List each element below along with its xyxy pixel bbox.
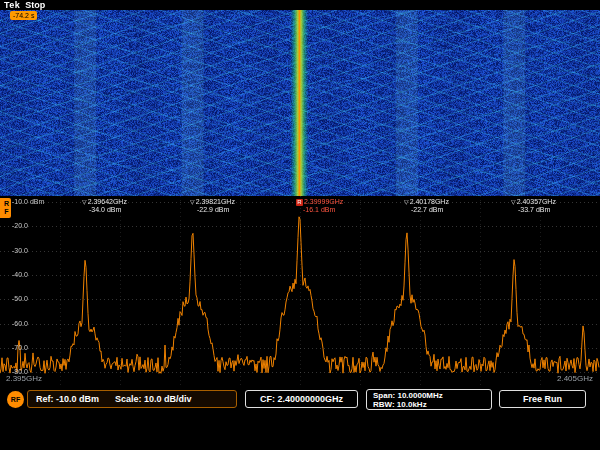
span-label: Span: 10.0000MHz bbox=[373, 391, 485, 400]
marker-frequency: 2.39999GHz bbox=[304, 198, 343, 206]
marker-frequency: 2.39642GHz bbox=[88, 198, 127, 206]
scope-screen: TekStop -74.2 s RF -10.0 dBm -20.0 -30.0… bbox=[0, 0, 600, 450]
acquisition-mode-button[interactable]: Free Run bbox=[499, 390, 586, 408]
marker-triangle-icon: ▽ bbox=[404, 198, 409, 206]
readout-bar: RF Ref: -10.0 dBm Scale: 10.0 dB/div CF:… bbox=[0, 389, 600, 413]
acq-mode-label: Free Run bbox=[523, 394, 562, 404]
center-frequency-button[interactable]: CF: 2.40000000GHz bbox=[245, 390, 358, 408]
db-axis-label: -40.0 bbox=[12, 271, 28, 278]
db-axis-label: -50.0 bbox=[12, 295, 28, 302]
db-axis-label: -20.0 bbox=[12, 222, 28, 229]
freq-axis-end-label: 2.405GHz bbox=[557, 374, 593, 383]
rbw-label: RBW: 10.0kHz bbox=[373, 400, 485, 409]
top-status-bar: TekStop bbox=[4, 0, 45, 10]
ref-level-label: Ref: -10.0 dBm bbox=[36, 394, 99, 404]
marker-amplitude: -33.7 dBm bbox=[518, 206, 556, 214]
span-rbw-button[interactable]: Span: 10.0000MHz RBW: 10.0kHz bbox=[366, 389, 492, 410]
acquisition-status: Stop bbox=[25, 0, 45, 10]
marker-triangle-icon: ▽ bbox=[511, 198, 516, 206]
marker-frequency: 2.39821GHz bbox=[196, 198, 235, 206]
db-axis-label: -10.0 dBm bbox=[12, 198, 44, 205]
reference-marker-readout: R2.39999GHz -16.1 dBm bbox=[296, 198, 343, 214]
marker-readout: ▽2.39642GHz -34.0 dBm bbox=[82, 198, 127, 214]
marker-amplitude: -22.7 dBm bbox=[411, 206, 449, 214]
spectrogram-time-badge: -74.2 s bbox=[10, 11, 37, 20]
marker-amplitude: -34.0 dBm bbox=[89, 206, 127, 214]
db-axis-label: -70.0 bbox=[12, 344, 28, 351]
freq-axis-start-label: 2.395GHz bbox=[6, 374, 42, 383]
spectrogram-display bbox=[0, 10, 600, 196]
marker-frequency: 2.40178GHz bbox=[410, 198, 449, 206]
rf-channel-tab[interactable]: RF bbox=[0, 198, 11, 218]
db-axis-label: -30.0 bbox=[12, 247, 28, 254]
marker-amplitude: -22.9 dBm bbox=[197, 206, 235, 214]
reference-marker-icon: R bbox=[296, 199, 303, 206]
marker-triangle-icon: ▽ bbox=[82, 198, 87, 206]
marker-readout: ▽2.39821GHz -22.9 dBm bbox=[190, 198, 235, 214]
marker-triangle-icon: ▽ bbox=[190, 198, 195, 206]
ref-scale-readout[interactable]: Ref: -10.0 dBm Scale: 10.0 dB/div bbox=[27, 390, 237, 408]
marker-frequency: 2.40357GHz bbox=[517, 198, 556, 206]
marker-readout: ▽2.40357GHz -33.7 dBm bbox=[511, 198, 556, 214]
db-axis-label: -60.0 bbox=[12, 320, 28, 327]
brand-logo: Tek bbox=[4, 0, 20, 10]
spectrum-display bbox=[0, 196, 600, 388]
marker-amplitude: -16.1 dBm bbox=[303, 206, 343, 214]
scale-label: Scale: 10.0 dB/div bbox=[115, 394, 192, 404]
marker-readout: ▽2.40178GHz -22.7 dBm bbox=[404, 198, 449, 214]
rf-source-button[interactable]: RF bbox=[7, 391, 24, 408]
cf-label: CF: 2.40000000GHz bbox=[260, 394, 343, 404]
